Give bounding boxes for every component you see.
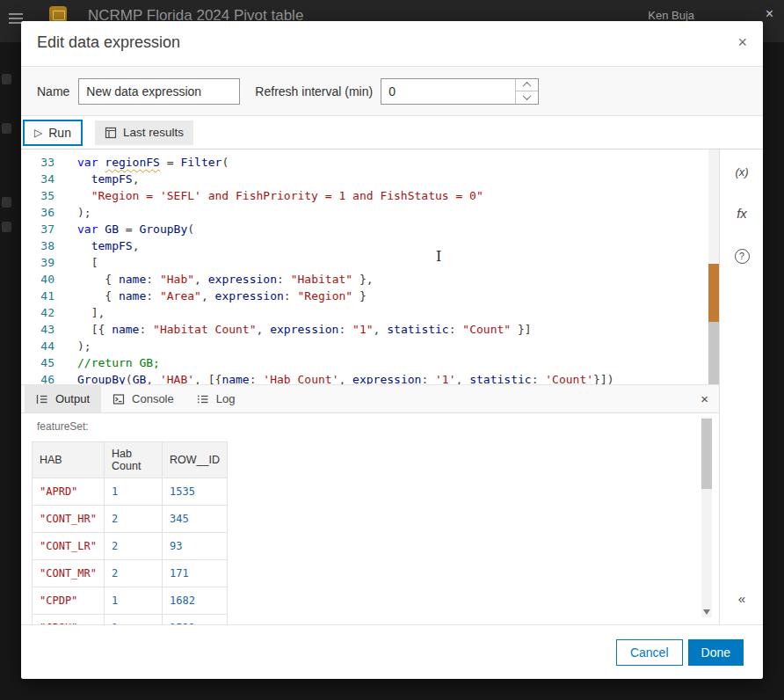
refresh-interval-label: Refresh interval (min) [255, 84, 373, 98]
line-number: 43 [21, 321, 70, 338]
name-label: Name [37, 84, 69, 98]
code-line[interactable]: 45//return GB; [21, 354, 719, 371]
line-number: 44 [21, 338, 70, 354]
log-icon [197, 393, 209, 405]
code-line[interactable]: 34 tempFS, [21, 171, 719, 187]
line-number: 40 [21, 271, 70, 288]
line-number: 46 [21, 371, 70, 384]
help-icon[interactable]: ? [720, 248, 763, 264]
cell-hab: "CPDP" [33, 587, 105, 615]
line-number: 35 [21, 187, 70, 204]
cell-value: 1535 [163, 478, 228, 506]
column-header: Hab Count [105, 442, 163, 478]
line-number: 34 [21, 171, 70, 187]
cell-value: 1 [105, 478, 163, 506]
output-panel: featureSet: HABHab CountROW__ID "APRD"11… [21, 413, 719, 624]
user-name: Ken Buja [648, 9, 694, 22]
column-header: HAB [33, 442, 105, 478]
collapse-panel-icon[interactable]: « [720, 591, 763, 606]
line-number: 39 [21, 254, 70, 271]
results-icon [105, 127, 117, 139]
code-line[interactable]: 43 [{ name: "Habitat Count", expression:… [21, 321, 719, 338]
scroll-down-arrow-icon[interactable] [703, 609, 710, 615]
tab-output[interactable]: Output [25, 385, 101, 412]
functions-icon[interactable]: fx [720, 206, 763, 221]
output-scrollbar[interactable] [701, 417, 712, 617]
refresh-interval-input[interactable] [381, 79, 515, 104]
name-input[interactable] [78, 78, 240, 105]
tab-output-label: Output [55, 392, 90, 405]
code-line[interactable]: 41 { name: "Area", expression: "Region" … [21, 288, 719, 304]
cell-hab: "CONT_LR" [33, 533, 105, 560]
background-tool-icon [2, 74, 11, 84]
cell-hab: "APRD" [33, 478, 105, 506]
code-line[interactable]: 38 tempFS, [21, 237, 719, 254]
table-row: "CONT_MR"2171 [33, 560, 228, 587]
cancel-button[interactable]: Cancel [616, 639, 683, 666]
screen: NCRMP Florida 2024 Pivot table Ken Buja … [0, 0, 784, 700]
background-tool-icon [2, 222, 11, 232]
output-panel-close-icon[interactable]: × [701, 391, 708, 406]
chevron-up-icon [523, 82, 532, 91]
stepper-up-button[interactable] [516, 79, 538, 91]
code-line[interactable]: 44); [21, 338, 719, 354]
background-tool-icon [2, 123, 11, 134]
background-tool-icon [2, 197, 11, 208]
cell-value: 93 [163, 533, 228, 560]
code-line[interactable]: 33var regionFS = Filter( [21, 154, 719, 171]
table-row: "CONT_LR"293 [33, 533, 228, 560]
tab-log[interactable]: Log [185, 385, 247, 412]
chevron-down-icon [523, 91, 532, 100]
app-close-icon[interactable]: × [766, 6, 773, 22]
output-list-icon [36, 393, 48, 405]
play-icon: ▷ [34, 128, 42, 138]
editor-scrollbar[interactable] [708, 149, 719, 384]
console-icon [113, 393, 125, 405]
output-scrollbar-thumb[interactable] [701, 419, 712, 489]
done-button[interactable]: Done [688, 639, 744, 666]
refresh-interval-field [381, 78, 539, 105]
table-row: "CONT_HR"2345 [33, 506, 228, 533]
editor-toolbar: ▷ Run Last results [21, 116, 763, 149]
line-number: 37 [21, 221, 70, 237]
code-line[interactable]: 36); [21, 204, 719, 221]
code-line[interactable]: 46GroupBy(GB, 'HAB', [{name: 'Hab Count'… [21, 371, 719, 384]
line-number: 45 [21, 354, 70, 371]
dialog-close-icon[interactable]: × [737, 33, 747, 52]
cell-value: 2 [105, 560, 163, 587]
line-number: 42 [21, 304, 70, 321]
run-button[interactable]: ▷ Run [23, 120, 83, 146]
line-number: 33 [21, 154, 70, 171]
help-question-glyph: ? [735, 249, 750, 264]
code-editor-lines: 33var regionFS = Filter(34 tempFS,35 "Re… [21, 149, 719, 384]
last-results-button[interactable]: Last results [95, 120, 193, 145]
editor-side-panel: (x) fx ? « [719, 149, 763, 624]
code-line[interactable]: 42 ], [21, 304, 719, 321]
table-row: "CPDP"11682 [33, 587, 228, 615]
variables-icon[interactable]: (x) [720, 165, 763, 179]
line-number: 36 [21, 204, 70, 221]
dialog-footer: Cancel Done [21, 624, 763, 679]
column-header: ROW__ID [163, 442, 228, 478]
code-line[interactable]: 37var GB = GroupBy( [21, 221, 719, 237]
tab-console[interactable]: Console [101, 385, 185, 412]
code-line[interactable]: 39 [ [21, 254, 719, 271]
line-number: 38 [21, 237, 70, 254]
cell-value: 171 [163, 560, 228, 587]
cell-value: 2 [105, 533, 163, 560]
last-results-label: Last results [123, 126, 184, 139]
cell-value: 1522 [163, 615, 228, 625]
output-table-body: "APRD"11535"CONT_HR"2345"CONT_LR"293"CON… [33, 478, 228, 625]
expression-form-bar: Name Refresh interval (min) [21, 67, 763, 116]
table-row: "CPSH"11522 [33, 615, 228, 625]
stepper-down-button[interactable] [516, 91, 538, 104]
dialog-title: Edit data expression [37, 33, 180, 52]
featureset-label: featureSet: [37, 420, 89, 433]
code-line[interactable]: 35 "Region = 'SEFL' and FishPriority = 1… [21, 187, 719, 204]
edit-data-expression-dialog: Edit data expression × Name Refresh inte… [21, 21, 763, 679]
results-tab-bar: Output Console Log × [21, 384, 719, 413]
code-editor[interactable]: 33var regionFS = Filter(34 tempFS,35 "Re… [21, 149, 719, 384]
code-line[interactable]: 40 { name: "Hab", expression: "Habitat" … [21, 271, 719, 288]
tab-console-label: Console [132, 392, 174, 405]
tab-log-label: Log [216, 392, 236, 405]
